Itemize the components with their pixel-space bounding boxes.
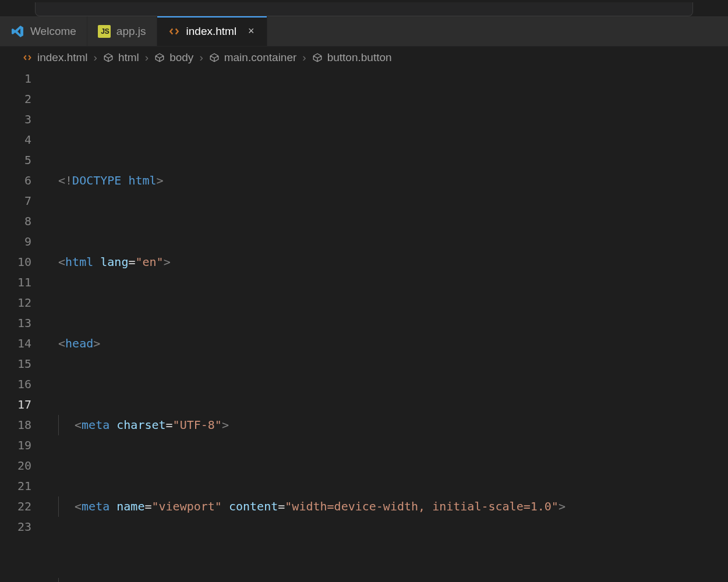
brackets-icon	[209, 52, 220, 63]
tab-label: Welcome	[30, 25, 76, 38]
breadcrumb-item[interactable]: main.container	[209, 51, 297, 64]
file-code-icon	[22, 52, 33, 63]
breadcrumb-item[interactable]: html	[103, 51, 139, 64]
tab-welcome[interactable]: Welcome	[0, 16, 87, 46]
code-line[interactable]: <!DOCTYPE html>	[58, 171, 728, 191]
code-line[interactable]: <meta name="viewport" content="width=dev…	[58, 496, 728, 517]
chevron-right-icon: ›	[94, 51, 97, 64]
breadcrumb: index.html › html › body › main.containe…	[0, 47, 728, 69]
code-line[interactable]: <meta charset="UTF-8">	[58, 415, 728, 435]
code-line[interactable]: <link rel="stylesheet" href="style.css">	[58, 578, 728, 582]
tab-index-html[interactable]: index.html ×	[157, 16, 268, 46]
brackets-icon	[154, 52, 165, 63]
code-line[interactable]: <head>	[58, 333, 728, 354]
code-content[interactable]: <!DOCTYPE html> <html lang="en"> <head> …	[47, 69, 728, 582]
tab-app-js[interactable]: JS app.js	[87, 16, 157, 46]
vscode-icon	[10, 24, 24, 38]
tab-label: app.js	[116, 25, 146, 38]
breadcrumb-item[interactable]: button.button	[312, 51, 392, 64]
line-number-gutter: 1 2 3 4 5 6 7 8 9 10 11 12 13 14 15 16 1…	[0, 69, 47, 537]
breadcrumb-item[interactable]: body	[154, 51, 193, 64]
code-line[interactable]: <html lang="en">	[58, 252, 728, 272]
tab-label: index.html	[186, 25, 237, 38]
code-editor[interactable]: 1 2 3 4 5 6 7 8 9 10 11 12 13 14 15 16 1…	[0, 69, 728, 582]
close-icon[interactable]: ×	[246, 25, 256, 37]
html-file-icon	[168, 25, 181, 38]
editor-tabs: Welcome JS app.js index.html ×	[0, 16, 728, 47]
command-center-stub[interactable]	[35, 2, 693, 16]
breadcrumb-item[interactable]: index.html	[22, 51, 88, 64]
chevron-right-icon: ›	[145, 51, 149, 64]
brackets-icon	[103, 52, 114, 63]
brackets-icon	[312, 52, 323, 63]
js-file-icon: JS	[98, 25, 111, 38]
chevron-right-icon: ›	[302, 51, 306, 64]
chevron-right-icon: ›	[199, 51, 203, 64]
